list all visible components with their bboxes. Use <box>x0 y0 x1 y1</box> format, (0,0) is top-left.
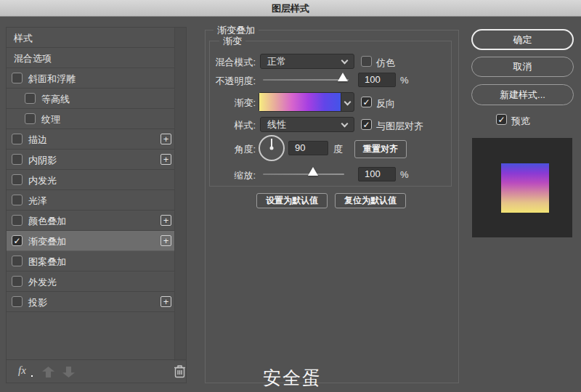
effect-checkbox[interactable] <box>12 134 23 144</box>
effect-label: 纹理 <box>41 113 60 126</box>
effect-label: 内阴影 <box>28 154 57 167</box>
preview-checkbox[interactable]: ✓ <box>496 114 507 125</box>
sidebar-item-6[interactable]: 内阴影+ <box>7 150 174 170</box>
style-select[interactable]: 线性 <box>260 117 354 132</box>
effect-checkbox[interactable]: ✓ <box>12 235 23 246</box>
scale-input[interactable]: 100 <box>358 167 396 181</box>
effect-checkbox[interactable] <box>25 113 36 124</box>
sidebar-item-4[interactable]: 纹理 <box>7 109 174 129</box>
opacity-slider-track[interactable] <box>263 79 349 81</box>
effect-label: 光泽 <box>28 195 47 208</box>
fx-menu-dot <box>31 375 33 377</box>
effect-checkbox[interactable] <box>25 93 36 104</box>
preview-label: 预览 <box>511 115 530 128</box>
style-value: 线性 <box>267 119 286 130</box>
sidebar-item-1[interactable]: 混合选项 <box>7 48 174 68</box>
cancel-button[interactable]: 取消 <box>471 57 574 77</box>
effect-label: 投影 <box>28 296 47 309</box>
effect-checkbox[interactable] <box>12 154 23 165</box>
add-effect-icon[interactable]: + <box>161 134 171 144</box>
opacity-slider-thumb[interactable] <box>338 73 348 81</box>
effect-checkbox[interactable] <box>12 215 23 226</box>
sidebar-item-11[interactable]: 图案叠加 <box>7 251 174 271</box>
sidebar-item-5[interactable]: 描边+ <box>7 129 174 150</box>
angle-label: 角度: <box>203 143 256 156</box>
preview-thumbnail <box>501 163 549 213</box>
gradient-label: 渐变: <box>195 97 256 110</box>
effect-label: 颜色叠加 <box>28 215 66 228</box>
effect-checkbox[interactable] <box>12 73 23 83</box>
sidebar-footer: fx <box>7 359 186 383</box>
sidebar-item-10[interactable]: ✓渐变叠加+ <box>7 231 174 251</box>
gradient-swatch[interactable] <box>259 93 341 111</box>
blend-mode-select[interactable]: 正常 <box>260 54 354 69</box>
opacity-input[interactable]: 100 <box>358 73 396 87</box>
angle-dial[interactable] <box>259 135 285 161</box>
reverse-checkbox[interactable]: ✓ <box>361 97 372 107</box>
sidebar-item-9[interactable]: 颜色叠加+ <box>7 211 174 231</box>
move-up-icon[interactable] <box>42 367 54 377</box>
sidebar-item-7[interactable]: 内发光 <box>7 170 174 190</box>
align-layer-label: 与图层对齐 <box>376 120 423 133</box>
effect-checkbox[interactable] <box>12 296 23 307</box>
chevron-down-icon <box>341 121 349 128</box>
scale-slider-track[interactable] <box>263 173 344 175</box>
preview-well <box>472 138 572 237</box>
effect-label: 渐变叠加 <box>28 235 66 248</box>
watermark-text: 安全蛋 <box>263 366 322 390</box>
trash-icon[interactable] <box>174 364 186 379</box>
reset-alignment-button[interactable]: 重置对齐 <box>354 140 407 158</box>
effect-label: 描边 <box>28 134 47 147</box>
angle-input[interactable]: 90 <box>288 141 328 155</box>
effect-checkbox[interactable] <box>12 195 23 205</box>
add-effect-icon[interactable]: + <box>161 154 171 165</box>
blend-mode-value: 正常 <box>267 56 286 67</box>
effect-checkbox[interactable] <box>12 174 23 185</box>
scale-unit: % <box>400 169 409 180</box>
effect-label: 样式 <box>14 32 33 45</box>
effect-label: 内发光 <box>28 174 57 187</box>
align-layer-checkbox[interactable]: ✓ <box>361 119 372 130</box>
gradient-picker[interactable] <box>259 92 354 112</box>
group-title: 渐变 <box>219 35 245 48</box>
angle-hub <box>270 147 274 150</box>
fx-icon[interactable]: fx <box>18 364 26 377</box>
effect-label: 图案叠加 <box>28 256 66 269</box>
sidebar-item-12[interactable]: 外发光 <box>7 271 174 292</box>
opacity-label: 不透明度: <box>195 75 256 88</box>
blend-mode-label: 混合模式: <box>195 56 256 69</box>
ok-button[interactable]: 确定 <box>471 29 574 50</box>
dither-label: 仿色 <box>376 57 395 70</box>
move-down-icon[interactable] <box>62 367 75 377</box>
style-label: 样式: <box>195 119 256 132</box>
effect-label: 斜面和浮雕 <box>28 73 76 86</box>
scale-slider-thumb[interactable] <box>308 167 318 176</box>
effect-label: 混合选项 <box>14 52 52 65</box>
effects-sidebar: 样式混合选项斜面和浮雕等高线纹理描边+内阴影+内发光光泽颜色叠加+✓渐变叠加+图… <box>6 27 187 383</box>
reset-default-button[interactable]: 复位为默认值 <box>335 193 406 208</box>
angle-unit: 度 <box>333 143 343 156</box>
effect-checkbox[interactable] <box>12 276 23 287</box>
chevron-down-icon <box>344 99 352 106</box>
sidebar-item-0[interactable]: 样式 <box>7 28 174 48</box>
sidebar-item-2[interactable]: 斜面和浮雕 <box>7 68 174 89</box>
add-effect-icon[interactable]: + <box>161 215 171 226</box>
scale-label: 缩放: <box>203 169 256 182</box>
opacity-unit: % <box>400 75 409 86</box>
sidebar-scrollbar[interactable] <box>174 28 186 361</box>
effect-label: 外发光 <box>28 276 57 289</box>
effects-list: 样式混合选项斜面和浮雕等高线纹理描边+内阴影+内发光光泽颜色叠加+✓渐变叠加+图… <box>7 28 186 361</box>
dither-checkbox[interactable] <box>361 56 372 67</box>
layer-style-dialog: 图层样式 样式混合选项斜面和浮雕等高线纹理描边+内阴影+内发光光泽颜色叠加+✓渐… <box>0 0 581 392</box>
effect-label: 等高线 <box>41 93 70 106</box>
add-effect-icon[interactable]: + <box>161 296 171 307</box>
window-title: 图层样式 <box>0 0 581 17</box>
new-style-button[interactable]: 新建样式... <box>471 84 574 105</box>
sidebar-item-8[interactable]: 光泽 <box>7 190 174 211</box>
set-default-button[interactable]: 设置为默认值 <box>256 193 328 208</box>
sidebar-item-3[interactable]: 等高线 <box>7 89 174 109</box>
chevron-down-icon <box>341 57 349 65</box>
add-effect-icon[interactable]: + <box>161 235 171 246</box>
effect-checkbox[interactable] <box>12 256 23 266</box>
sidebar-item-13[interactable]: 投影+ <box>7 292 174 312</box>
